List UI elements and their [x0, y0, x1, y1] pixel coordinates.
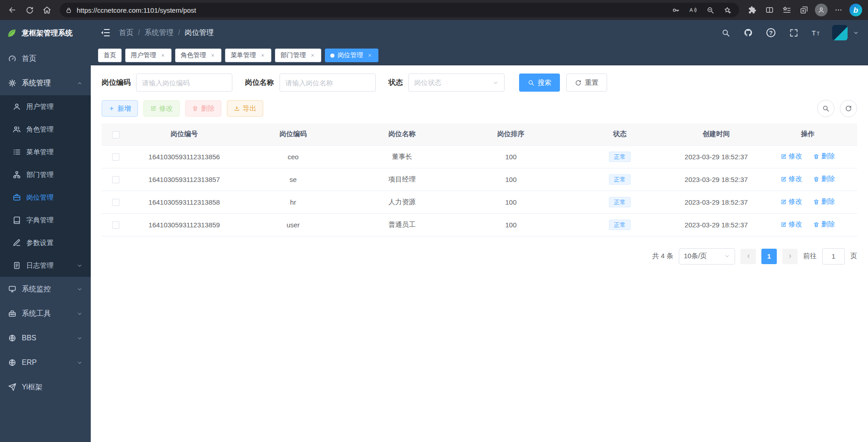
- tab-dept-management[interactable]: 部门管理: [275, 49, 321, 62]
- sidebar-item-home[interactable]: 首页: [0, 46, 91, 71]
- breadcrumb-current: 岗位管理: [185, 28, 214, 38]
- prev-page-button[interactable]: [740, 249, 756, 264]
- sidebar-item-param-settings[interactable]: 参数设置: [0, 231, 91, 254]
- breadcrumb-system[interactable]: 系统管理: [144, 28, 173, 38]
- goto-page-input[interactable]: [822, 248, 845, 265]
- tab-close-button[interactable]: [159, 52, 166, 59]
- refresh-icon: [25, 6, 34, 15]
- row-edit-link[interactable]: 修改: [780, 175, 802, 183]
- tab-close-button[interactable]: [309, 52, 316, 59]
- tags-view-bar: 首页 用户管理 角色管理 菜单管理 部门管理: [91, 45, 868, 65]
- sidebar-item-erp[interactable]: ERP: [0, 350, 91, 375]
- header-help-button[interactable]: ?: [764, 26, 778, 39]
- row-edit-link[interactable]: 修改: [780, 152, 802, 161]
- user-avatar[interactable]: [832, 25, 848, 40]
- breadcrumb-home[interactable]: 首页: [119, 28, 133, 38]
- table-toolbar: 新增 修改 删除 导出: [102, 100, 857, 117]
- refresh-table-button[interactable]: [840, 100, 857, 117]
- sidebar-item-role-management[interactable]: 角色管理: [0, 118, 91, 141]
- sidebar-item-yi-framework[interactable]: Yi框架: [0, 375, 91, 399]
- reset-button[interactable]: 重置: [566, 74, 607, 92]
- add-favorite-button[interactable]: [721, 4, 734, 16]
- sidebar-item-dept-management[interactable]: 部门管理: [0, 163, 91, 186]
- browser-menu-button[interactable]: [831, 2, 846, 18]
- row-delete-link[interactable]: 删除: [813, 220, 835, 229]
- search-button[interactable]: 搜索: [519, 74, 560, 92]
- tab-user-management[interactable]: 用户管理: [125, 49, 172, 62]
- extensions-button[interactable]: [745, 2, 760, 18]
- read-aloud-button[interactable]: A: [687, 4, 699, 16]
- address-bar-url[interactable]: https://ccnetcore.com:1101/system/post: [77, 6, 665, 14]
- password-key-button[interactable]: [669, 4, 682, 16]
- header-search-button[interactable]: [719, 26, 732, 39]
- row-delete-link[interactable]: 删除: [813, 175, 835, 183]
- page-number-button[interactable]: 1: [761, 249, 777, 264]
- sidebar-item-system-monitor[interactable]: 系统监控: [0, 277, 91, 301]
- sidebar-item-log-management[interactable]: 日志管理: [0, 254, 91, 277]
- row-checkbox[interactable]: [112, 199, 119, 206]
- chevron-right-icon: [787, 253, 793, 259]
- app-logo[interactable]: 意框架管理系统: [0, 20, 91, 46]
- goto-unit-label: 页: [850, 252, 857, 260]
- copilot-button[interactable]: b: [848, 2, 863, 18]
- edit-button[interactable]: 修改: [143, 100, 180, 117]
- person-icon: [818, 6, 825, 14]
- sidebar-item-post-management[interactable]: 岗位管理: [0, 186, 91, 209]
- split-screen-button[interactable]: [762, 2, 777, 18]
- post-name-input[interactable]: [280, 74, 376, 92]
- post-name-label: 岗位名称: [245, 78, 274, 88]
- browser-refresh-button[interactable]: [22, 2, 37, 18]
- zoom-button[interactable]: [704, 4, 716, 16]
- tab-close-button[interactable]: [259, 52, 266, 59]
- add-button[interactable]: 新增: [102, 100, 138, 117]
- sidebar-fold-icon[interactable]: [100, 27, 111, 38]
- delete-button[interactable]: 删除: [185, 100, 221, 117]
- tab-post-management[interactable]: 岗位管理: [325, 49, 378, 62]
- page-size-select[interactable]: 10条/页: [679, 248, 735, 265]
- tab-menu-management[interactable]: 菜单管理: [225, 49, 271, 62]
- collections-button[interactable]: [796, 2, 812, 18]
- chevron-down-icon: [724, 253, 730, 259]
- status-badge: 正常: [609, 152, 631, 162]
- browser-chrome: https://ccnetcore.com:1101/system/post A: [0, 0, 868, 20]
- sidebar-item-system-management[interactable]: 系统管理: [0, 71, 91, 95]
- status-select[interactable]: 岗位状态: [408, 74, 505, 92]
- row-checkbox[interactable]: [112, 153, 119, 161]
- post-code-input[interactable]: [136, 74, 232, 92]
- row-checkbox[interactable]: [112, 176, 119, 183]
- row-delete-link[interactable]: 删除: [813, 197, 835, 206]
- svg-text:T: T: [812, 29, 816, 37]
- app-window: 意框架管理系统 首页 系统管理 用户管理: [0, 20, 868, 442]
- main-area: 首页 / 系统管理 / 岗位管理 ?: [91, 20, 868, 442]
- header-fullscreen-button[interactable]: [787, 26, 800, 39]
- cell-post-id: 1641030593112313857: [130, 168, 239, 191]
- next-page-button[interactable]: [782, 249, 798, 264]
- tab-role-management[interactable]: 角色管理: [175, 49, 221, 62]
- sidebar-item-user-management[interactable]: 用户管理: [0, 95, 91, 118]
- select-all-checkbox[interactable]: [112, 131, 119, 138]
- favorites-button[interactable]: [779, 2, 794, 18]
- row-checkbox[interactable]: [112, 221, 119, 229]
- row-edit-label: 修改: [789, 220, 802, 229]
- header-github-button[interactable]: [741, 26, 755, 39]
- tab-label: 菜单管理: [230, 51, 256, 59]
- chevron-down-icon[interactable]: [853, 30, 859, 36]
- row-delete-link[interactable]: 删除: [813, 152, 835, 161]
- sidebar-item-menu-management[interactable]: 菜单管理: [0, 141, 91, 163]
- browser-home-button[interactable]: [39, 2, 54, 18]
- sidebar: 意框架管理系统 首页 系统管理 用户管理: [0, 20, 91, 442]
- row-edit-link[interactable]: 修改: [780, 197, 802, 206]
- browser-back-button[interactable]: [5, 2, 20, 18]
- export-button[interactable]: 导出: [227, 100, 263, 117]
- sidebar-item-system-tools[interactable]: 系统工具: [0, 301, 91, 326]
- sidebar-item-dict-management[interactable]: 字典管理: [0, 209, 91, 231]
- row-edit-link[interactable]: 修改: [780, 220, 802, 229]
- address-bar[interactable]: https://ccnetcore.com:1101/system/post A: [60, 3, 739, 17]
- tab-close-button[interactable]: [209, 52, 216, 59]
- sidebar-item-bbs[interactable]: BBS: [0, 326, 91, 350]
- header-font-size-button[interactable]: TT: [809, 26, 823, 39]
- tab-home[interactable]: 首页: [98, 49, 122, 62]
- toggle-search-button[interactable]: [817, 100, 834, 117]
- tab-close-button[interactable]: [366, 52, 373, 59]
- browser-profile-button[interactable]: [814, 2, 829, 18]
